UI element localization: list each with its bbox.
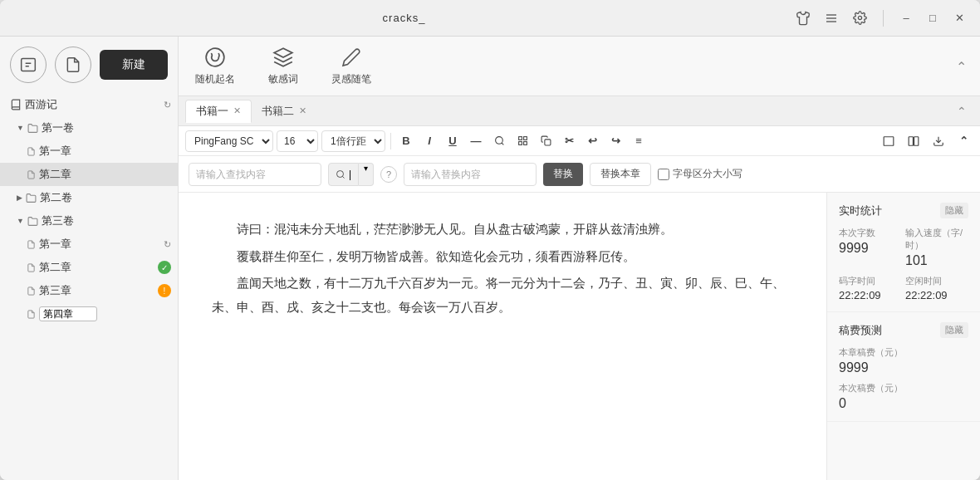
editor-area[interactable]: 诗曰：混沌未分天地乱，茫茫渺渺无人见。自从盘古破鸿蒙，开辟从兹清浊辨。 覆载群生…: [179, 193, 826, 480]
tree-item-xiyouji[interactable]: 西游记 ↻: [0, 93, 178, 116]
close-button[interactable]: ✕: [952, 11, 967, 26]
input-speed-label: 输入速度（字/时）: [905, 227, 968, 252]
menu-icon[interactable]: [823, 10, 840, 27]
user-icon-btn[interactable]: [10, 47, 47, 83]
tree-label: 第三卷: [42, 213, 171, 228]
input-speed-item: 输入速度（字/时） 101: [905, 227, 968, 268]
redo-btn[interactable]: ↪: [605, 131, 625, 151]
tabs-collapse-btn[interactable]: ⌃: [957, 105, 967, 118]
toolbar-item-sensitive[interactable]: 敏感词: [268, 46, 298, 86]
sync-icon: ↻: [164, 239, 171, 250]
scissors-btn[interactable]: ✂: [559, 131, 579, 151]
replace-all-button[interactable]: 替换本章: [590, 163, 651, 186]
svg-point-3: [858, 16, 861, 19]
strikethrough-button[interactable]: —: [466, 131, 486, 151]
this-fee-value: 0: [839, 396, 968, 411]
bold-button[interactable]: B: [396, 131, 416, 151]
download-btn[interactable]: [929, 131, 948, 151]
minimize-button[interactable]: –: [899, 11, 914, 26]
realtime-hide-btn[interactable]: 隐藏: [940, 203, 968, 218]
settings-icon[interactable]: [851, 10, 868, 27]
typing-time-item: 码字时间 22:22:09: [839, 275, 902, 301]
tree-item-juan2[interactable]: ▶ 第二卷: [0, 186, 178, 209]
svg-rect-15: [884, 136, 894, 145]
copy-btn[interactable]: [536, 131, 556, 151]
refresh-icon[interactable]: ↻: [164, 100, 171, 110]
tab-2-close[interactable]: ✕: [299, 105, 306, 116]
spacing-select[interactable]: 1倍行距: [321, 130, 385, 152]
tree-label: 第一章: [39, 237, 160, 252]
undo-btn[interactable]: ↩: [582, 131, 602, 151]
find-toolbar-btn[interactable]: [489, 131, 509, 151]
maximize-button[interactable]: □: [925, 11, 940, 26]
this-fee-item: 本次稿费（元） 0: [839, 382, 968, 411]
tabs-bar: 书籍一 ✕ 书籍二 ✕ ⌃: [179, 96, 980, 126]
search-button[interactable]: |: [328, 163, 359, 186]
find-btn-group: | ▾: [328, 163, 374, 186]
svg-rect-11: [523, 137, 527, 140]
case-checkbox[interactable]: 字母区分大小写: [658, 167, 742, 181]
find-input[interactable]: [189, 163, 321, 186]
doc-icon: [27, 310, 36, 319]
new-button[interactable]: 新建: [100, 50, 168, 80]
typing-time-label: 码字时间: [839, 275, 902, 287]
svg-rect-16: [909, 136, 913, 145]
chapter-name-input[interactable]: [39, 306, 97, 321]
tab-1-close[interactable]: ✕: [233, 105, 241, 116]
case-checkbox-input[interactable]: [658, 169, 669, 180]
tree-item-j3zhang1[interactable]: 第一章 ↻: [0, 233, 178, 256]
full-screen-btn[interactable]: [512, 131, 532, 151]
toolbar-right: ⌃: [879, 131, 973, 151]
tree-item-j3zhang4[interactable]: [0, 302, 178, 326]
font-select[interactable]: PingFang SC: [185, 130, 273, 152]
toolbar-item-inspiration[interactable]: 灵感随笔: [331, 46, 371, 86]
toolbar-item-random-name[interactable]: 随机起名: [195, 46, 235, 86]
find-arrow-btn[interactable]: ▾: [359, 163, 374, 186]
realtime-title: 实时统计: [839, 203, 882, 218]
inspiration-icon: [340, 46, 363, 69]
doc-icon-btn[interactable]: [55, 47, 91, 83]
titlebar-separator: [883, 10, 884, 27]
tab-1[interactable]: 书籍一 ✕: [185, 100, 252, 123]
random-name-label: 随机起名: [195, 72, 235, 86]
size-select[interactable]: 16: [277, 130, 318, 152]
editor-para-3: 盖闻天地之数，有十二万九千六百岁为一元。将一元分为十二会，乃子、丑、寅、卯、辰、…: [212, 272, 793, 319]
fee-prediction: 稿费预测 隐藏 本章稿费（元） 9999 本次稿费（元） 0: [827, 312, 980, 422]
titlebar-icons: – □ ✕: [795, 10, 967, 27]
tree-item-j3zhang3[interactable]: 第三章 !: [0, 279, 178, 302]
help-button[interactable]: ?: [380, 166, 397, 183]
tree-label: 西游记: [25, 97, 160, 112]
tree-item-juan3[interactable]: ▼ 第三卷: [0, 209, 178, 233]
tree-item-j3zhang2[interactable]: 第二章 ✓: [0, 256, 178, 279]
sidebar-top: 新建: [0, 37, 178, 90]
view-toggle-btn1[interactable]: [879, 131, 899, 151]
tree-label: 第一章: [39, 144, 171, 159]
predict-title: 稿费预测: [839, 323, 882, 338]
toolbar-collapse-btn[interactable]: ⌃: [956, 58, 967, 74]
tree-item-juan1[interactable]: ▼ 第一卷: [0, 116, 178, 140]
tree-item-zhang1[interactable]: 第一章: [0, 140, 178, 163]
status-badge-green: ✓: [158, 261, 171, 274]
underline-button[interactable]: U: [443, 131, 463, 151]
svg-rect-10: [518, 137, 522, 140]
predict-hide-btn[interactable]: 隐藏: [940, 322, 968, 338]
doc-icon: [27, 147, 36, 156]
paragraph-btn[interactable]: ≡: [629, 131, 649, 151]
tree-label: 第二章: [39, 167, 171, 182]
stats-panel: 实时统计 隐藏 本次字数 9999 输入速度（字/时） 101: [826, 193, 980, 480]
replace-button[interactable]: 替换: [543, 163, 583, 186]
app-window: cracks_ – □ ✕: [0, 0, 980, 480]
input-speed-value: 101: [905, 253, 968, 268]
editor-para-1: 诗曰：混沌未分天地乱，茫茫渺渺无人见。自从盘古破鸿蒙，开辟从兹清浊辨。: [212, 218, 793, 242]
svg-rect-4: [22, 59, 36, 71]
tab-2[interactable]: 书籍二 ✕: [252, 100, 316, 123]
editor-collapse-btn[interactable]: ⌃: [953, 131, 973, 151]
right-panel: 随机起名 敏感词 灵感随笔: [179, 37, 980, 480]
shirt-icon[interactable]: [795, 10, 811, 27]
doc-icon: [27, 240, 36, 249]
view-toggle-btn2[interactable]: [904, 131, 924, 151]
italic-button[interactable]: I: [419, 131, 439, 151]
replace-input[interactable]: [404, 163, 537, 186]
tree-item-zhang2[interactable]: 第二章: [0, 163, 178, 186]
word-count-label: 本次字数: [839, 227, 902, 239]
